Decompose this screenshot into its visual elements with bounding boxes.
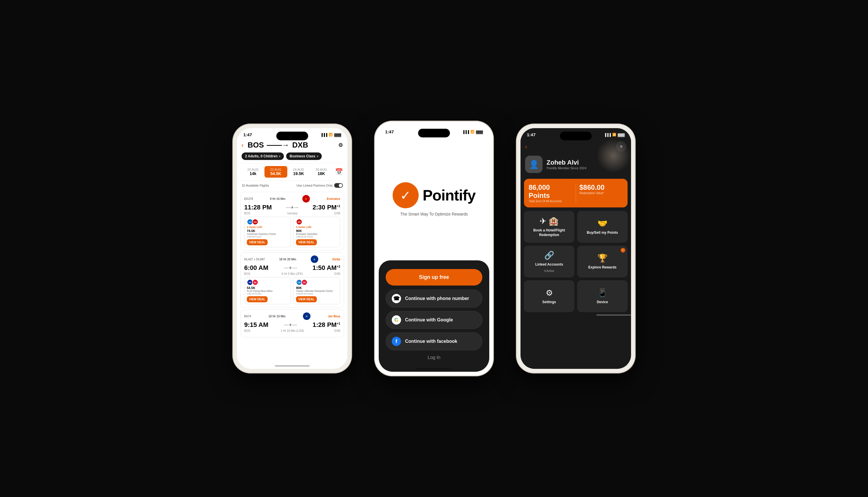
phone-2-signup: 1:47 ▐▐▐ 📶 ▓▓▓ ✓ Pointify The [375, 121, 493, 376]
flight-header: ‹ BOS ——→ DXB ⚙ 2 Adults, 0 Children ▾ B… [237, 138, 347, 163]
redemption-value: $860.00 [580, 183, 623, 191]
date-tab-0[interactable]: 22 AUG 14k [242, 166, 265, 178]
seats-left-0-0: 3 Seats Left! [247, 226, 288, 229]
signup-logo-area: ✓ Pointify The Smart Way To Optimize Rew… [379, 136, 489, 260]
date-tab-3[interactable]: 25 AUG 18K [310, 166, 333, 178]
flight-airports-2: BOS 1 Hr 10 Min (LGA) DXB [244, 329, 340, 332]
view-deal-btn-1-1[interactable]: VIEW DEAL [296, 296, 317, 302]
settings-label: Settings [542, 300, 556, 304]
book-flight-hotel-label: Book a Hotel/Flight Redemption [527, 228, 571, 237]
plane-icon-2: ✈ [289, 323, 292, 327]
avatar: 👤 [525, 156, 542, 173]
flight-card-0-header: EK278 9 Hr 16 Min E Emirates [244, 195, 340, 202]
class-filter[interactable]: Business Class ▾ [286, 153, 322, 160]
depart-time-0: 11:28 PM [244, 204, 272, 211]
view-deal-btn-0-1[interactable]: VIEW DEAL [296, 239, 317, 245]
action-linked-accounts[interactable]: 🔗 Linked Accounts 4 Active [524, 246, 574, 278]
home-indicator-3 [596, 314, 631, 316]
date-tab-2[interactable]: 24 AUG 19.5K [287, 166, 310, 178]
buy-sell-icon: 🤝 [597, 219, 608, 228]
login-link[interactable]: Log In [386, 355, 482, 360]
action-explore-rewards[interactable]: ! 🏆 Explore Rewards [577, 246, 628, 278]
points-total-label: Total Sum Of All Accounts [529, 200, 572, 203]
flight-card-1: DL427 + DL987 18 Hr 20 Min Δ Delta 6:00 … [240, 252, 344, 308]
google-button[interactable]: G Continue with Google [386, 311, 482, 329]
wifi-icon: 📶 [329, 133, 333, 137]
signal-icon-3: ▐▐▐ [604, 133, 611, 137]
airline-name-2: Jet Blue [328, 314, 340, 318]
phone-number-label: Continue with phone number [405, 296, 469, 301]
date-points-2: 19.5K [288, 171, 309, 176]
partner-label: Use Linked Partners Only [297, 184, 333, 187]
phone-1-flight-search: 1:47 ▐▐▐ 📶 ▓▓▓ ‹ BOS ——→ DXB ⚙ [233, 124, 352, 373]
available-flights-label: 15 Available Flights [242, 184, 269, 187]
points-label-1-1: Chase Ultimate Rewards Points [296, 289, 338, 293]
action-device[interactable]: 📱 Device [577, 280, 628, 312]
route-from: BOS [248, 141, 264, 150]
filter-settings-icon[interactable]: ⚙ [338, 142, 343, 148]
airline-name-1: Delta [332, 257, 340, 261]
date-selector: 22 AUG 14k 23 AUG 54.5K 24 AUG 19.5K 25 … [237, 163, 347, 181]
signup-free-button[interactable]: Sign up free [386, 269, 482, 285]
flight-filters: 2 Adults, 0 Children ▾ Business Class ▾ [242, 153, 343, 160]
fees-0-1: (+$103.00 Fees) [296, 236, 338, 238]
view-deal-btn-0-0[interactable]: VIEW DEAL [247, 239, 268, 245]
points-amount-0-1: 90K [296, 229, 338, 232]
flight-duration-1: 18 Hr 20 Min [279, 258, 296, 261]
user-name: Zoheb Alvi [546, 159, 586, 166]
plane-icon-0: ✈ [290, 205, 294, 210]
fees-1-1: (+$100.00 Fees) [296, 293, 338, 295]
action-settings[interactable]: ⚙ Settings [524, 280, 574, 312]
google-label: Continue with Google [405, 317, 453, 323]
view-deal-btn-1-0[interactable]: VIEW DEAL [247, 296, 268, 302]
points-amount-1-0: 54.5K [247, 286, 288, 289]
profile-back-button[interactable]: ‹ [525, 143, 527, 150]
flight-code-1: DL427 + DL987 [244, 258, 265, 261]
loyalty-cards-0: AX EM 3 Seats Left! 74.5K American Expre… [244, 217, 340, 247]
phone-number-button[interactable]: ☎ Continue with phone number [386, 289, 482, 308]
adults-filter[interactable]: 2 Adults, 0 Children ▾ [242, 153, 284, 160]
flight-airports-1: BOS 6 Hr 5 Min (JFK) DXB [244, 272, 340, 275]
flight-path-1: ✈ [269, 266, 312, 270]
toggle-switch-control[interactable] [334, 183, 343, 188]
flights-info-bar: 15 Available Flights Use Linked Partners… [237, 181, 347, 190]
login-label: Log In [428, 355, 440, 360]
calendar-icon[interactable]: 📅 [335, 168, 343, 175]
arrive-time-1: 1:50 AM+2 [312, 264, 340, 272]
partner-toggle[interactable]: Use Linked Partners Only [297, 183, 343, 188]
flight-card-2: B674 10 Hr 15 Min jB Jet Blue 9:15 AM ✈ … [240, 309, 344, 337]
action-buy-sell-points[interactable]: 🤝 Buy/Sell my Points [577, 211, 628, 243]
action-book-flight-hotel[interactable]: ✈ 🏨 Book a Hotel/Flight Redemption [524, 211, 574, 243]
back-button[interactable]: ‹ [242, 142, 244, 148]
route-to: DXB [292, 141, 308, 150]
status-time-3: 1:47 [527, 132, 536, 137]
flight-airports-0: BOS nonstop DXB [244, 212, 340, 215]
profile-header: ‹ ≡ 👤 Zoheb Alvi Pointify Member Since 2… [521, 138, 631, 179]
depart-time-2: 9:15 AM [244, 321, 269, 329]
date-tab-1[interactable]: 23 AUG 54.5K [265, 166, 287, 178]
logo-row: ✓ Pointify [393, 182, 476, 208]
device-icon: 📱 [597, 288, 608, 298]
logo-check-icon: ✓ [400, 188, 411, 203]
points-total-box: 86,000 Points Total Sum Of All Accounts [529, 183, 572, 203]
emirates-logo: E [302, 195, 310, 202]
flight-duration-2: 10 Hr 15 Min [269, 315, 286, 318]
flight-route: ‹ BOS ——→ DXB ⚙ [242, 141, 343, 150]
arrive-time-2: 1:28 PM+1 [312, 321, 340, 329]
google-icon: G [392, 315, 401, 325]
dynamic-island-2 [418, 129, 450, 138]
flight-path-0: ✈ [272, 205, 312, 210]
jetblue-logo: jB [303, 312, 311, 320]
status-time-1: 1:47 [243, 132, 252, 137]
phone-3-screen: 1:47 ▐▐▐ 📶 ▓▓▓ ‹ ≡ 👤 Zoheb Alvi [521, 128, 631, 369]
facebook-button[interactable]: f Continue with facebook [386, 332, 482, 350]
loyalty-card-1-0: FB SK 54.5K KLM Flying Blue Miles (+$5.6… [244, 277, 291, 304]
status-time-2: 1:47 [385, 129, 394, 134]
arrive-airport-2: DXB [334, 329, 340, 332]
class-label: Business Class [290, 154, 315, 158]
flight-times-2: 9:15 AM ✈ 1:28 PM+1 [244, 321, 340, 329]
flight-code-0: EK278 [244, 197, 253, 200]
depart-time-1: 6:00 AM [244, 264, 269, 272]
phone-1-screen: 1:47 ▐▐▐ 📶 ▓▓▓ ‹ BOS ——→ DXB ⚙ [237, 128, 347, 369]
stop-info-0: nonstop [287, 212, 297, 215]
